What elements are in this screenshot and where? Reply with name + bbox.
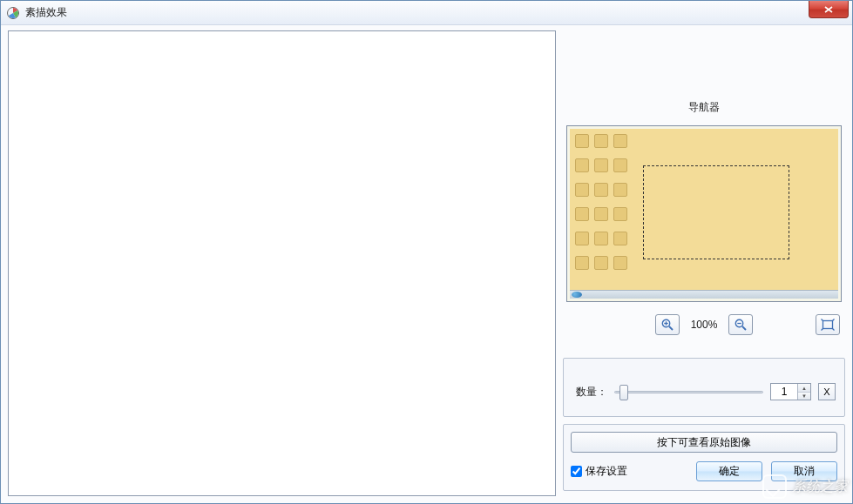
navigator-thumbnail	[570, 129, 838, 292]
amount-spinner: ▲ ▼	[770, 383, 811, 400]
view-original-button[interactable]: 按下可查看原始图像	[571, 432, 837, 453]
window-title: 素描效果	[25, 5, 67, 20]
parameters-panel: 数量： ▲ ▼ X	[563, 358, 845, 417]
zoom-controls: 100%	[563, 309, 845, 337]
thumb-icon	[594, 158, 608, 172]
spinner-buttons: ▲ ▼	[797, 384, 810, 400]
zoom-in-button[interactable]	[655, 314, 680, 335]
fit-screen-icon	[821, 318, 835, 332]
save-settings-input[interactable]	[571, 466, 582, 477]
spin-up-button[interactable]: ▲	[798, 384, 810, 392]
zoom-level: 100%	[688, 319, 720, 331]
thumb-icon	[575, 158, 589, 172]
titlebar[interactable]: 素描效果	[1, 1, 852, 25]
amount-label: 数量：	[572, 385, 607, 400]
close-button[interactable]	[809, 1, 849, 18]
thumb-icon	[594, 207, 608, 221]
zoom-out-icon	[734, 318, 748, 332]
svg-rect-8	[823, 321, 833, 329]
thumb-icon	[594, 183, 608, 197]
spin-down-button[interactable]: ▼	[798, 392, 810, 400]
thumb-icon	[613, 158, 627, 172]
close-icon	[824, 6, 833, 13]
save-settings-label: 保存设置	[586, 464, 627, 479]
slider-track	[614, 391, 763, 393]
thumb-icon	[613, 207, 627, 221]
thumb-icon	[575, 183, 589, 197]
slider-thumb[interactable]	[619, 385, 628, 400]
thumb-icon	[594, 256, 608, 270]
thumb-icon	[613, 183, 627, 197]
thumbnail-taskbar	[570, 290, 838, 299]
zoom-out-button[interactable]	[728, 314, 753, 335]
amount-slider[interactable]	[614, 383, 763, 400]
save-settings-checkbox[interactable]: 保存设置	[571, 464, 687, 479]
thumb-icon	[594, 232, 608, 245]
fit-screen-button[interactable]	[816, 314, 840, 335]
thumbnail-icons	[575, 134, 629, 277]
cancel-button[interactable]: 取消	[771, 461, 837, 481]
reset-amount-button[interactable]: X	[818, 383, 836, 400]
preview-canvas[interactable]	[8, 30, 556, 496]
content-area: 导航器	[1, 25, 852, 503]
thumb-icon	[613, 134, 627, 148]
amount-row: 数量： ▲ ▼ X	[572, 383, 836, 400]
thumb-icon	[575, 207, 589, 221]
svg-line-2	[669, 326, 673, 330]
thumb-icon	[575, 256, 589, 270]
thumb-icon	[613, 232, 627, 245]
window-controls	[809, 1, 852, 18]
spacer	[563, 30, 845, 91]
thumb-icon	[594, 134, 608, 148]
thumb-icon	[575, 232, 589, 245]
bottom-row: 保存设置 确定 取消	[571, 461, 837, 481]
navigator-title: 导航器	[563, 98, 845, 118]
dialog-window: 素描效果 导航器	[0, 0, 853, 504]
navigator-preview[interactable]	[566, 125, 842, 302]
zoom-in-icon	[660, 318, 674, 332]
bottom-panel: 按下可查看原始图像 保存设置 确定 取消	[563, 424, 845, 491]
thumb-icon	[613, 256, 627, 270]
svg-line-6	[742, 326, 746, 330]
app-icon	[6, 6, 20, 20]
thumb-icon	[575, 134, 589, 148]
amount-input[interactable]	[771, 384, 797, 400]
navigator-viewport[interactable]	[643, 165, 789, 259]
side-panel: 导航器	[563, 30, 845, 496]
ok-button[interactable]: 确定	[696, 461, 762, 481]
